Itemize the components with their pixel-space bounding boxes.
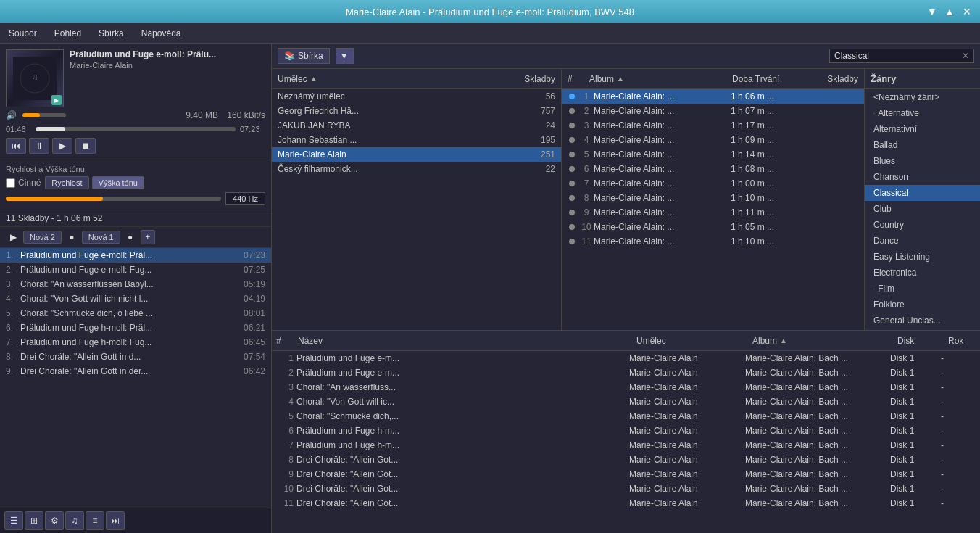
song-row[interactable]: 3 Choral: "An wasserflüss... Marie-Clair… [272, 380, 980, 394]
play-button[interactable]: ▶ [52, 138, 72, 154]
genre-item[interactable]: Dance [865, 233, 980, 249]
toolbar-btn-4[interactable]: ♫ [65, 511, 84, 530]
artist-row[interactable]: Johann Sebastian ... 195 [272, 133, 561, 147]
pitch-slider[interactable] [6, 197, 221, 201]
menu-pohled[interactable]: Pohled [51, 27, 84, 40]
artist-row[interactable]: Neznámý umělec 56 [272, 89, 561, 104]
artist-col-header[interactable]: Umělec ▲ [272, 71, 518, 87]
artist-row[interactable]: JAKUB JAN RYBA 24 [272, 118, 561, 133]
song-row[interactable]: 6 Präludium und Fuge h-m... Marie-Claire… [272, 423, 980, 438]
artist-row[interactable]: Marie-Claire Alain 251 [272, 147, 561, 162]
menu-soubor[interactable]: Soubor [6, 27, 40, 40]
speed-button[interactable]: Rychlost [45, 176, 88, 189]
pause-button[interactable]: ⏸ [29, 138, 49, 154]
genre-dot: · [873, 286, 875, 292]
genre-item[interactable]: Country [865, 217, 980, 233]
song-row[interactable]: 4 Choral: "Von Gott will ic... Marie-Cla… [272, 394, 980, 409]
volume-bar[interactable] [22, 113, 66, 117]
song-album-header[interactable]: Album ▲ [748, 333, 893, 349]
collection-dropdown[interactable]: ▼ [336, 48, 354, 64]
album-tracks-header[interactable]: Skladby [813, 71, 864, 87]
search-input[interactable] [834, 51, 962, 61]
song-row[interactable]: 7 Präludium und Fuge h-m... Marie-Claire… [272, 438, 980, 453]
genre-item[interactable]: ·Alternative [865, 105, 980, 121]
song-artist-header[interactable]: Umělec [632, 333, 748, 349]
song-name-header[interactable]: Název [294, 333, 632, 349]
album-dur-header[interactable]: Doba Trvání [726, 71, 813, 87]
stop-button[interactable]: ⏹ [75, 138, 96, 154]
genre-item[interactable]: Blues [865, 153, 980, 169]
album-row[interactable]: 5 Marie-Claire Alain: ... 1 h 14 m ... [562, 147, 864, 162]
genre-item[interactable]: ·Film [865, 281, 980, 297]
track-list-item[interactable]: 2. Präludium und Fuge e-moll: Fug... 07:… [0, 263, 271, 277]
song-row[interactable]: 8 Drei Choräle: "Allein Got... Marie-Cla… [272, 453, 980, 467]
album-row[interactable]: 8 Marie-Claire Alain: ... 1 h 10 m ... [562, 191, 864, 205]
song-row[interactable]: 1 Präludium und Fuge e-m... Marie-Claire… [272, 351, 980, 365]
genre-item[interactable]: General Unclas... [865, 313, 980, 329]
track-duration: 07:25 [236, 265, 265, 275]
toolbar-btn-6[interactable]: ⏭ [106, 511, 125, 530]
song-artist: Marie-Claire Alain [629, 440, 745, 450]
genre-item[interactable]: <Neznámý žánr> [865, 89, 980, 105]
pitch-button[interactable]: Výška tónu [92, 176, 144, 189]
artist-row[interactable]: Georg Friedrich Hä... 757 [272, 104, 561, 118]
track-list-item[interactable]: 5. Choral: "Schmücke dich, o liebe ... 0… [0, 306, 271, 321]
collection-button[interactable]: 📚 Sbírka [278, 48, 330, 64]
track-list-item[interactable]: 1. Präludium und Fuge e-moll: Präl... 07… [0, 248, 271, 263]
song-num-header[interactable]: # [272, 333, 294, 349]
genre-item[interactable]: Electronica [865, 265, 980, 281]
track-list-item[interactable]: 4. Choral: "Von Gott will ich nicht l...… [0, 292, 271, 306]
prev-button[interactable]: ⏮ [6, 138, 26, 154]
active-checkbox[interactable]: Činné [6, 178, 41, 188]
track-list-item[interactable]: 3. Choral: "An wasserflüssen Babyl... 05… [0, 277, 271, 292]
toolbar-btn-2[interactable]: ⊞ [25, 511, 43, 530]
genre-item[interactable]: Folklore [865, 297, 980, 313]
tab-nova1[interactable]: Nová 1 [82, 231, 120, 244]
album-row[interactable]: 11 Marie-Claire Alain: ... 1 h 10 m ... [562, 234, 864, 249]
search-clear-icon[interactable]: ✕ [962, 51, 969, 61]
song-row[interactable]: 5 Choral: "Schmücke dich,... Marie-Clair… [272, 409, 980, 423]
genre-item[interactable]: Classical [865, 185, 980, 201]
album-row[interactable]: 4 Marie-Claire Alain: ... 1 h 09 m ... [562, 133, 864, 147]
album-row[interactable]: 10 Marie-Claire Alain: ... 1 h 05 m ... [562, 220, 864, 234]
genre-item[interactable]: Easy Listening [865, 249, 980, 265]
genre-item[interactable]: Ballad [865, 137, 980, 153]
track-list-item[interactable]: 7. Präludium und Fuge h-moll: Fug... 06:… [0, 335, 271, 350]
playlist-play-icon[interactable]: ▶ [6, 230, 20, 244]
song-row[interactable]: 2 Präludium und Fuge e-m... Marie-Claire… [272, 365, 980, 380]
song-num: 9 [275, 469, 296, 479]
album-row[interactable]: 9 Marie-Claire Alain: ... 1 h 11 m ... [562, 205, 864, 220]
album-row[interactable]: 7 Marie-Claire Alain: ... 1 h 00 m ... [562, 176, 864, 191]
track-list-item[interactable]: 9. Drei Choräle: "Allein Gott in der... … [0, 364, 271, 379]
add-playlist-button[interactable]: + [141, 230, 155, 244]
song-album: Marie-Claire Alain: Bach ... [745, 498, 890, 508]
track-list-item[interactable]: 6. Präludium und Fuge h-moll: Präl... 06… [0, 321, 271, 335]
artist-row[interactable]: Český filharmonick... 22 [272, 162, 561, 176]
album-name-header[interactable]: Album ▲ [584, 71, 726, 87]
genre-item[interactable]: Chanson [865, 169, 980, 185]
close-button[interactable]: ✕ [960, 4, 974, 19]
progress-bar[interactable] [36, 127, 236, 131]
song-year-header[interactable]: Rok [944, 333, 980, 349]
genre-item[interactable]: Club [865, 201, 980, 217]
album-row[interactable]: 6 Marie-Claire Alain: ... 1 h 08 m ... [562, 162, 864, 176]
minimize-button[interactable]: ▼ [925, 4, 939, 19]
song-row[interactable]: 9 Drei Choräle: "Allein Got... Marie-Cla… [272, 467, 980, 482]
toolbar-btn-3[interactable]: ⚙ [45, 511, 64, 530]
tab-nova2[interactable]: Nová 2 [23, 231, 62, 244]
album-row[interactable]: 3 Marie-Claire Alain: ... 1 h 17 m ... [562, 118, 864, 133]
toolbar-btn-5[interactable]: ≡ [86, 511, 104, 530]
song-disk-header[interactable]: Disk [893, 333, 944, 349]
genre-item[interactable]: Alternativní [865, 121, 980, 137]
toolbar-btn-1[interactable]: ☰ [4, 511, 23, 530]
album-row[interactable]: 1 Marie-Claire Alain: ... 1 h 06 m ... [562, 89, 864, 104]
songs-col-header[interactable]: Skladby [518, 71, 561, 87]
menu-sbirka[interactable]: Sbírka [96, 27, 127, 40]
song-row[interactable]: 10 Drei Choräle: "Allein Got... Marie-Cl… [272, 482, 980, 496]
menu-napoveda[interactable]: Nápověda [138, 27, 184, 40]
song-row[interactable]: 11 Drei Choräle: "Allein Got... Marie-Cl… [272, 496, 980, 511]
maximize-button[interactable]: ▲ [942, 4, 957, 19]
album-row[interactable]: 2 Marie-Claire Alain: ... 1 h 07 m ... [562, 104, 864, 118]
track-list-item[interactable]: 8. Drei Choräle: "Allein Gott in d... 07… [0, 350, 271, 364]
album-num-header[interactable]: # [562, 71, 584, 87]
